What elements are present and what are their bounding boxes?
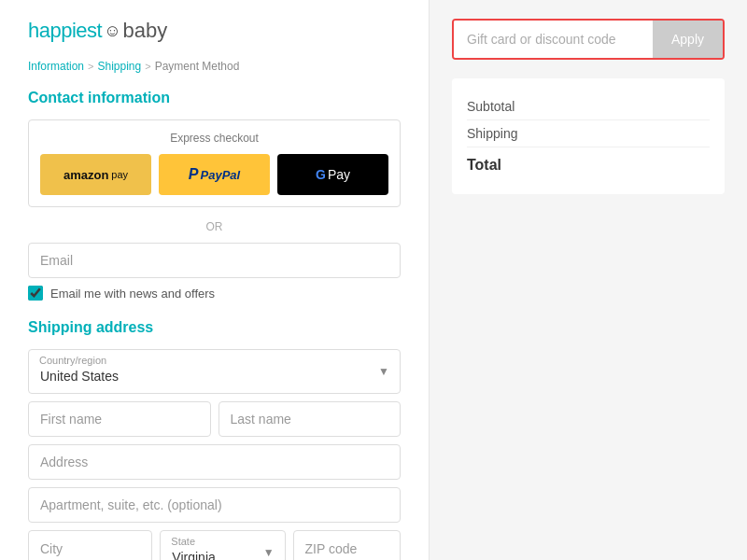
express-checkout-box: Express checkout amazon pay P PayPal G (28, 119, 401, 207)
paypal-button[interactable]: P PayPal (159, 154, 270, 195)
first-name-field[interactable] (28, 401, 211, 437)
paypal-inner: P PayPal (189, 166, 240, 183)
breadcrumb-shipping[interactable]: Shipping (97, 60, 141, 73)
city-state-zip-row: State Virginia California Texas New York… (28, 530, 401, 560)
apt-field[interactable] (28, 487, 401, 523)
state-select[interactable]: Virginia California Texas New York (160, 530, 285, 560)
amazon-pay-inner: amazon pay (63, 168, 128, 182)
state-select-wrapper: State Virginia California Texas New York… (160, 530, 285, 560)
discount-code-input[interactable] (454, 21, 653, 58)
email-checkbox-row: Email me with news and offers (28, 286, 401, 301)
country-select-wrapper: Country/region United States Canada Unit… (28, 349, 401, 394)
shipping-section-title: Shipping address (28, 319, 401, 336)
contact-section-title: Contact information (28, 90, 401, 106)
discount-code-row: Apply (452, 19, 725, 60)
total-row: Total (467, 147, 710, 179)
zip-field[interactable] (293, 530, 401, 560)
last-name-field[interactable] (218, 401, 402, 437)
logo-icon: ☺ (104, 21, 120, 41)
gpay-text: Pay (328, 167, 350, 182)
name-row (28, 401, 401, 437)
logo-baby: baby (123, 19, 168, 43)
address-field[interactable] (28, 444, 401, 480)
amazon-text: amazon (63, 168, 108, 182)
shipping-address-section: Shipping address Country/region United S… (28, 319, 401, 560)
apply-button[interactable]: Apply (653, 21, 723, 58)
payment-buttons: amazon pay P PayPal G Pay (40, 154, 388, 195)
shipping-row: Shipping (467, 120, 710, 147)
gpay-g-icon: G (316, 167, 326, 182)
email-field[interactable] (28, 243, 401, 278)
amazon-pay-label: pay (111, 169, 128, 180)
breadcrumb-information[interactable]: Information (28, 60, 84, 73)
shipping-label: Shipping (467, 126, 518, 141)
email-optin-label: Email me with news and offers (50, 287, 215, 301)
amazon-pay-button[interactable]: amazon pay (40, 154, 151, 195)
breadcrumb-sep2: > (145, 61, 150, 72)
paypal-p-icon: P (189, 166, 199, 183)
subtotal-label: Subtotal (467, 99, 514, 114)
country-label: Country/region (39, 355, 106, 366)
order-summary: Subtotal Shipping Total (452, 78, 725, 194)
logo-happiest: happiest (28, 19, 102, 43)
total-label: Total (467, 157, 501, 174)
city-field[interactable] (28, 530, 152, 560)
breadcrumb-payment: Payment Method (155, 60, 240, 73)
left-panel: happiest ☺ baby Information > Shipping >… (0, 0, 430, 560)
express-checkout-label: Express checkout (40, 132, 388, 145)
subtotal-row: Subtotal (467, 93, 710, 120)
logo: happiest ☺ baby (28, 19, 401, 43)
breadcrumb: Information > Shipping > Payment Method (28, 60, 401, 73)
gpay-button[interactable]: G Pay (277, 154, 388, 195)
email-optin-checkbox[interactable] (28, 286, 43, 301)
right-panel: Apply Subtotal Shipping Total (430, 0, 747, 560)
breadcrumb-sep1: > (88, 61, 93, 72)
or-divider: OR (28, 220, 401, 233)
paypal-label: PayPal (201, 168, 241, 182)
